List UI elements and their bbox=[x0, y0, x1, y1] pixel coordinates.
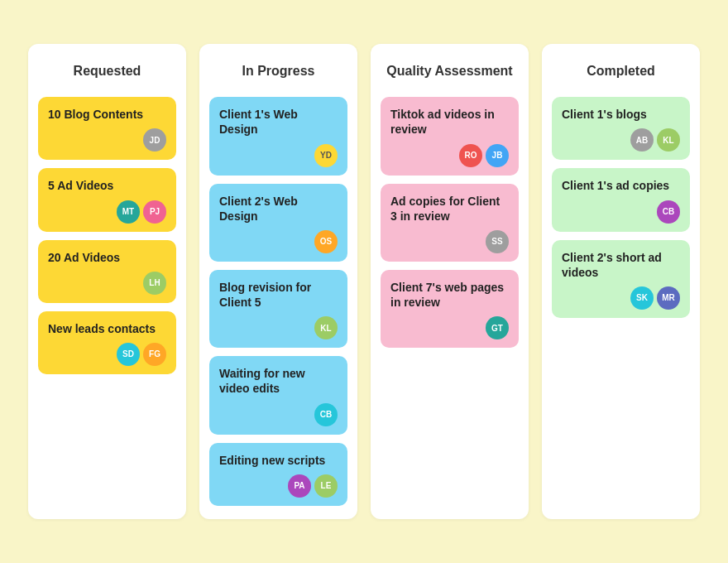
card-footer: JD bbox=[48, 128, 166, 152]
card-footer: YD bbox=[219, 144, 338, 167]
avatar: PA bbox=[288, 474, 311, 498]
card-card-client1-web[interactable]: Client 1's Web DesignYD bbox=[209, 97, 347, 175]
column-quality-assessment: Quality AssessmentTiktok ad videos in re… bbox=[371, 44, 529, 519]
card-footer: SKMR bbox=[562, 286, 680, 310]
avatar: FG bbox=[143, 343, 166, 366]
avatar: YD bbox=[314, 144, 338, 167]
avatar: MT bbox=[117, 200, 140, 224]
avatar: JB bbox=[486, 144, 509, 167]
card-label: Blog revision for Client 5 bbox=[219, 280, 338, 310]
avatar: SK bbox=[630, 286, 654, 310]
card-label: Client 1's Web Design bbox=[219, 107, 338, 137]
card-footer: MTPJ bbox=[48, 200, 166, 224]
card-footer: SS bbox=[390, 230, 509, 253]
card-label: 20 Ad Videos bbox=[48, 250, 166, 265]
card-label: Tiktok ad videos in review bbox=[390, 107, 509, 137]
card-card-5-ad[interactable]: 5 Ad VideosMTPJ bbox=[38, 168, 176, 231]
card-footer: ABKL bbox=[562, 128, 680, 152]
card-footer: GT bbox=[390, 316, 509, 339]
card-footer: CB bbox=[219, 403, 338, 426]
card-card-client1-adcopies[interactable]: Client 1's ad copiesCB bbox=[552, 168, 690, 231]
column-header-completed: Completed bbox=[552, 57, 690, 89]
card-label: 10 Blog Contents bbox=[48, 107, 166, 122]
avatar: OS bbox=[314, 230, 338, 253]
card-label: Client 2's short ad videos bbox=[562, 250, 680, 280]
card-label: Client 2's Web Design bbox=[219, 194, 338, 224]
card-card-client2-web[interactable]: Client 2's Web DesignOS bbox=[209, 184, 347, 262]
card-footer: SDFG bbox=[48, 343, 166, 366]
card-card-tiktok-ad[interactable]: Tiktok ad videos in reviewROJB bbox=[381, 97, 519, 175]
card-card-10-blog[interactable]: 10 Blog ContentsJD bbox=[38, 97, 176, 160]
card-card-waiting-video[interactable]: Waiting for new video editsCB bbox=[209, 356, 347, 434]
avatar: LE bbox=[314, 474, 338, 498]
avatar: RO bbox=[459, 144, 482, 167]
card-label: New leads contacts bbox=[48, 321, 166, 336]
card-card-client7-web[interactable]: Client 7's web pages in reviewGT bbox=[381, 270, 519, 348]
column-header-in-progress: In Progress bbox=[209, 57, 347, 89]
avatar: PJ bbox=[143, 200, 166, 224]
card-label: Client 1's blogs bbox=[562, 107, 680, 122]
card-footer: KL bbox=[219, 316, 338, 339]
avatar: GT bbox=[486, 316, 509, 339]
card-card-blog-revision[interactable]: Blog revision for Client 5KL bbox=[209, 270, 347, 348]
card-card-client1-blogs[interactable]: Client 1's blogsABKL bbox=[552, 97, 690, 160]
card-label: Client 1's ad copies bbox=[562, 178, 680, 193]
column-header-requested: Requested bbox=[38, 57, 176, 89]
card-card-ad-copies-client3[interactable]: Ad copies for Client 3 in reviewSS bbox=[381, 184, 519, 262]
card-label: Client 7's web pages in review bbox=[390, 280, 509, 310]
kanban-board: Requested10 Blog ContentsJD5 Ad VideosMT… bbox=[8, 24, 720, 539]
column-completed: CompletedClient 1's blogsABKLClient 1's … bbox=[542, 44, 700, 519]
card-footer: ROJB bbox=[390, 144, 509, 167]
column-requested: Requested10 Blog ContentsJD5 Ad VideosMT… bbox=[28, 44, 186, 519]
avatar: SD bbox=[117, 343, 140, 366]
column-header-quality-assessment: Quality Assessment bbox=[381, 57, 519, 89]
card-card-client2-short[interactable]: Client 2's short ad videosSKMR bbox=[552, 240, 690, 318]
card-footer: PALE bbox=[219, 474, 338, 498]
card-footer: CB bbox=[562, 200, 680, 224]
avatar: KL bbox=[314, 316, 338, 339]
avatar: CB bbox=[657, 200, 680, 224]
avatar: JD bbox=[143, 128, 166, 152]
card-label: Editing new scripts bbox=[219, 453, 338, 468]
column-in-progress: In ProgressClient 1's Web DesignYDClient… bbox=[199, 44, 357, 519]
card-label: Ad copies for Client 3 in review bbox=[390, 194, 509, 224]
avatar: LH bbox=[143, 272, 166, 295]
card-footer: LH bbox=[48, 272, 166, 295]
avatar: MR bbox=[657, 286, 680, 310]
card-label: 5 Ad Videos bbox=[48, 178, 166, 193]
avatar: CB bbox=[314, 403, 338, 426]
avatar: SS bbox=[486, 230, 509, 253]
avatar: AB bbox=[630, 128, 654, 152]
card-card-20-ad[interactable]: 20 Ad VideosLH bbox=[38, 240, 176, 303]
card-label: Waiting for new video edits bbox=[219, 366, 338, 396]
card-footer: OS bbox=[219, 230, 338, 253]
card-card-editing-scripts[interactable]: Editing new scriptsPALE bbox=[209, 443, 347, 506]
avatar: KL bbox=[657, 128, 680, 152]
card-card-new-leads[interactable]: New leads contactsSDFG bbox=[38, 311, 176, 374]
